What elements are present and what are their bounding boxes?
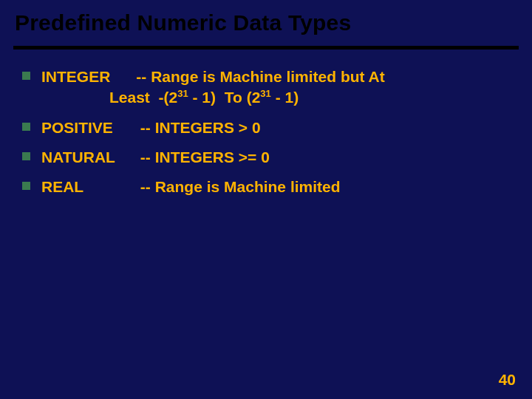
bullet-icon [22, 123, 30, 131]
item-desc: -- Range is Machine limited [140, 178, 341, 195]
list-item: REAL -- Range is Machine limited [22, 177, 517, 197]
title-underline [13, 46, 519, 50]
slide: Predefined Numeric Data Types INTEGER --… [0, 0, 532, 399]
item-desc-line2: Least -(231 - 1) To (231 - 1) [41, 89, 299, 106]
item-desc: -- INTEGERS > 0 [140, 119, 261, 136]
slide-title: Predefined Numeric Data Types [0, 0, 532, 35]
item-desc: -- Range is Machine limited but At [136, 68, 384, 85]
item-desc: -- INTEGERS >= 0 [140, 149, 270, 166]
page-number: 40 [499, 371, 516, 389]
bullet-icon [22, 72, 30, 80]
item-label: INTEGER [41, 68, 110, 85]
item-label: REAL [41, 177, 136, 197]
item-label: NATURAL [41, 147, 136, 168]
bullet-icon [22, 152, 30, 160]
list-item: POSITIVE -- INTEGERS > 0 [22, 117, 517, 138]
content-area: INTEGER -- Range is Machine limited but … [22, 66, 517, 207]
list-item: INTEGER -- Range is Machine limited but … [22, 66, 517, 109]
list-item: NATURAL -- INTEGERS >= 0 [22, 147, 517, 168]
item-label: POSITIVE [41, 117, 136, 138]
bullet-icon [22, 182, 30, 190]
